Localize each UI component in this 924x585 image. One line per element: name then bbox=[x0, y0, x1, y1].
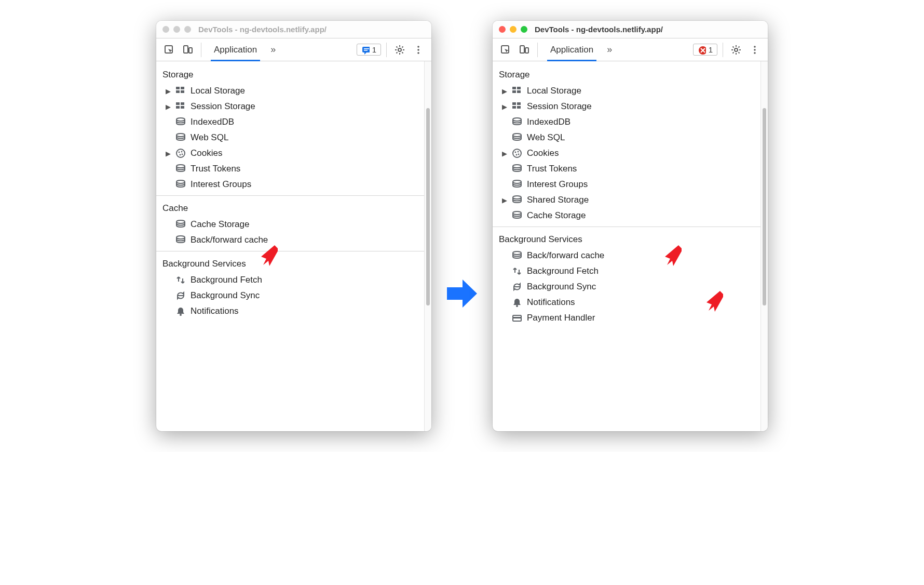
card-icon bbox=[511, 313, 523, 323]
zoom-icon[interactable] bbox=[521, 26, 527, 33]
expand-arrow-icon[interactable]: ▶ bbox=[502, 150, 507, 157]
sidebar-item-shared-storage[interactable]: ▶Shared Storage bbox=[493, 192, 760, 208]
sidebar-item-cache-storage[interactable]: ▶Cache Storage bbox=[493, 208, 760, 223]
sidebar-item-indexeddb[interactable]: ▶IndexedDB bbox=[156, 114, 424, 130]
db-icon bbox=[511, 211, 523, 220]
zoom-icon[interactable] bbox=[184, 26, 191, 33]
more-tabs-icon[interactable]: » bbox=[604, 44, 615, 55]
fetch-icon bbox=[175, 275, 186, 285]
sidebar-item-label: Notifications bbox=[191, 306, 239, 316]
section-header[interactable]: Background Services bbox=[493, 230, 760, 248]
device-toggle-icon[interactable] bbox=[180, 42, 196, 58]
sidebar-item-trust-tokens[interactable]: ▶Trust Tokens bbox=[493, 161, 760, 177]
sidebar-item-label: Session Storage bbox=[191, 101, 255, 112]
sidebar-item-cookies[interactable]: ▶Cookies bbox=[156, 145, 424, 161]
application-sidebar: Storage▶Local Storage▶Session Storage▶In… bbox=[493, 61, 760, 431]
sidebar-item-label: IndexedDB bbox=[527, 117, 570, 127]
panel-body: Storage▶Local Storage▶Session Storage▶In… bbox=[156, 61, 431, 431]
minimize-icon[interactable] bbox=[510, 26, 517, 33]
section-divider bbox=[156, 195, 424, 196]
sidebar-item-web-sql[interactable]: ▶Web SQL bbox=[493, 130, 760, 145]
more-tabs-icon[interactable]: » bbox=[267, 44, 279, 55]
transition-arrow-icon bbox=[447, 280, 477, 308]
sidebar-item-local-storage[interactable]: ▶Local Storage bbox=[493, 83, 760, 99]
sidebar-item-web-sql[interactable]: ▶Web SQL bbox=[156, 130, 424, 145]
tab-application[interactable]: Application bbox=[543, 38, 601, 61]
toolbar: Application » 1 bbox=[493, 38, 768, 61]
sidebar-item-session-storage[interactable]: ▶Session Storage bbox=[493, 99, 760, 114]
inspect-icon[interactable] bbox=[161, 42, 177, 58]
expand-arrow-icon[interactable]: ▶ bbox=[166, 150, 171, 157]
expand-arrow-icon[interactable]: ▶ bbox=[502, 103, 507, 111]
sidebar-item-session-storage[interactable]: ▶Session Storage bbox=[156, 99, 424, 114]
scrollbar[interactable] bbox=[424, 61, 431, 431]
bell-icon bbox=[175, 307, 186, 316]
sidebar-item-label: Web SQL bbox=[191, 132, 228, 143]
sidebar-item-trust-tokens[interactable]: ▶Trust Tokens bbox=[156, 161, 424, 177]
sidebar-item-label: Shared Storage bbox=[527, 195, 589, 205]
sidebar-item-indexeddb[interactable]: ▶IndexedDB bbox=[493, 114, 760, 130]
expand-arrow-icon[interactable]: ▶ bbox=[166, 103, 171, 111]
issues-badge[interactable]: 1 bbox=[357, 44, 381, 56]
sidebar-item-label: Session Storage bbox=[527, 101, 592, 112]
tab-label: Application bbox=[214, 45, 257, 55]
more-icon[interactable] bbox=[411, 42, 426, 58]
db-icon bbox=[511, 251, 523, 260]
db-icon bbox=[511, 180, 523, 189]
sidebar-item-label: IndexedDB bbox=[191, 117, 234, 127]
section-header[interactable]: Cache bbox=[156, 199, 424, 217]
close-icon[interactable] bbox=[499, 26, 506, 33]
sidebar-item-label: Local Storage bbox=[527, 86, 581, 96]
separator bbox=[201, 43, 201, 57]
section-header[interactable]: Storage bbox=[493, 65, 760, 83]
device-toggle-icon[interactable] bbox=[517, 42, 532, 58]
traffic-lights bbox=[162, 26, 191, 33]
titlebar[interactable]: DevTools - ng-devtools.netlify.app/ bbox=[156, 21, 431, 38]
gear-icon[interactable] bbox=[728, 42, 744, 58]
sidebar-item-label: Background Fetch bbox=[527, 266, 599, 276]
sidebar-item-label: Payment Handler bbox=[527, 313, 595, 323]
sidebar-item-background-fetch[interactable]: ▶Background Fetch bbox=[156, 272, 424, 288]
inspect-icon[interactable] bbox=[498, 42, 513, 58]
issues-badge[interactable]: 1 bbox=[693, 44, 717, 56]
sidebar-item-notifications[interactable]: ▶Notifications bbox=[156, 303, 424, 319]
db-icon bbox=[511, 195, 523, 205]
titlebar[interactable]: DevTools - ng-devtools.netlify.app/ bbox=[493, 21, 768, 38]
expand-arrow-icon[interactable]: ▶ bbox=[502, 196, 507, 204]
sidebar-item-label: Local Storage bbox=[191, 86, 245, 96]
grid-icon bbox=[511, 86, 523, 96]
close-icon[interactable] bbox=[162, 26, 169, 33]
scrollbar[interactable] bbox=[760, 61, 768, 431]
expand-arrow-icon[interactable]: ▶ bbox=[502, 87, 507, 95]
section-divider bbox=[493, 227, 760, 227]
sidebar-item-cache-storage[interactable]: ▶Cache Storage bbox=[156, 217, 424, 232]
sidebar-item-background-sync[interactable]: ▶Background Sync bbox=[493, 279, 760, 295]
tab-application[interactable]: Application bbox=[207, 38, 264, 61]
sidebar-item-background-sync[interactable]: ▶Background Sync bbox=[156, 288, 424, 303]
grid-icon bbox=[511, 102, 523, 111]
sidebar-item-local-storage[interactable]: ▶Local Storage bbox=[156, 83, 424, 99]
sidebar-item-label: Trust Tokens bbox=[191, 164, 240, 174]
minimize-icon[interactable] bbox=[173, 26, 180, 33]
section-header[interactable]: Storage bbox=[156, 65, 424, 83]
sidebar-item-back-forward-cache[interactable]: ▶Back/forward cache bbox=[493, 248, 760, 263]
section-header[interactable]: Background Services bbox=[156, 255, 424, 272]
scrollbar-thumb[interactable] bbox=[426, 108, 430, 305]
sidebar-item-interest-groups[interactable]: ▶Interest Groups bbox=[493, 177, 760, 192]
gear-icon[interactable] bbox=[392, 42, 407, 58]
sync-icon bbox=[511, 282, 523, 291]
scrollbar-thumb[interactable] bbox=[763, 108, 766, 305]
sidebar-item-label: Cookies bbox=[191, 148, 222, 158]
db-icon bbox=[175, 117, 186, 127]
panel-body: Storage▶Local Storage▶Session Storage▶In… bbox=[493, 61, 768, 431]
sidebar-item-payment-handler[interactable]: ▶Payment Handler bbox=[493, 310, 760, 326]
expand-arrow-icon[interactable]: ▶ bbox=[166, 87, 171, 95]
sidebar-item-back-forward-cache[interactable]: ▶Back/forward cache bbox=[156, 232, 424, 248]
sidebar-item-notifications[interactable]: ▶Notifications bbox=[493, 295, 760, 310]
sidebar-item-cookies[interactable]: ▶Cookies bbox=[493, 145, 760, 161]
sync-icon bbox=[175, 291, 186, 300]
sidebar-item-interest-groups[interactable]: ▶Interest Groups bbox=[156, 177, 424, 192]
window-title: DevTools - ng-devtools.netlify.app/ bbox=[535, 25, 663, 34]
more-icon[interactable] bbox=[747, 42, 763, 58]
sidebar-item-background-fetch[interactable]: ▶Background Fetch bbox=[493, 263, 760, 279]
